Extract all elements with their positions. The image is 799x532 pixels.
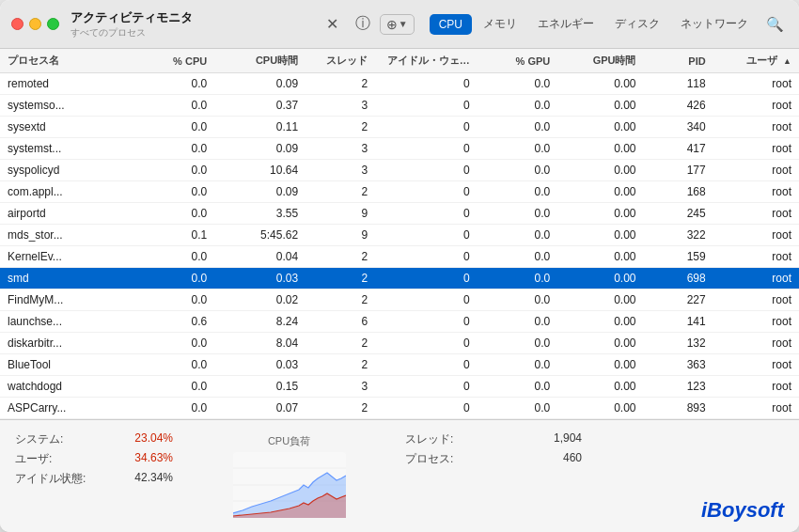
cpu-chart [233, 452, 346, 518]
maximize-button[interactable] [47, 18, 59, 30]
table-row[interactable]: smd0.00.03200.00.00698root [0, 268, 799, 289]
table-cell: 8.04 [214, 333, 306, 354]
table-cell: 0.0 [478, 398, 558, 419]
table-row[interactable]: BlueTool0.00.03200.00.00363root [0, 354, 799, 376]
plus-icon: ⊕ [386, 17, 398, 32]
col-header-cpu[interactable]: % CPU [129, 49, 214, 73]
table-cell: 9 [306, 203, 375, 225]
table-row[interactable]: watchdogd0.00.15300.00.00123root [0, 376, 799, 398]
table-cell: mds_stor... [0, 225, 129, 246]
table-cell: 168 [644, 181, 713, 203]
tab-memory[interactable]: メモリ [474, 12, 526, 36]
table-cell: 0.15 [214, 376, 306, 398]
minimize-button[interactable] [29, 18, 41, 30]
table-cell: 227 [644, 289, 713, 311]
col-header-pid[interactable]: PID [644, 49, 713, 73]
table-cell: 2 [306, 333, 375, 354]
table-cell: 0.00 [557, 289, 643, 311]
table-cell: 0 [375, 289, 477, 311]
col-header-idle[interactable]: アイドル・ウェ… [375, 49, 477, 73]
table-cell: systemst... [0, 138, 129, 160]
table-cell: root [713, 160, 799, 181]
table-cell: KernelEv... [0, 246, 129, 268]
table-cell: 2 [306, 268, 375, 289]
tab-energy[interactable]: エネルギー [528, 12, 603, 36]
table-cell: 417 [644, 138, 713, 160]
stop-button[interactable]: ✕ [320, 11, 346, 38]
table-cell: 141 [644, 311, 713, 333]
table-cell: 2 [306, 398, 375, 419]
table-cell: 0 [375, 203, 477, 225]
table-cell: 0 [375, 268, 477, 289]
tab-network[interactable]: ネットワーク [671, 12, 758, 36]
table-row[interactable]: ASPCarry...0.00.07200.00.00893root [0, 398, 799, 419]
col-header-gputime[interactable]: GPU時間 [557, 49, 643, 73]
table-cell: 0.0 [129, 268, 214, 289]
stat-processes-label: プロセス: [405, 451, 453, 467]
table-cell: 0.0 [129, 333, 214, 354]
table-cell: 0.0 [129, 376, 214, 398]
sort-arrow: ▲ [783, 56, 791, 66]
table-row[interactable]: remoted0.00.09200.00.00118root [0, 73, 799, 95]
search-button[interactable]: 🔍 [761, 11, 788, 38]
table-cell: 0.04 [214, 246, 306, 268]
tab-cpu[interactable]: CPU [430, 14, 472, 35]
table-row[interactable]: airportd0.03.55900.00.00245root [0, 203, 799, 225]
table-cell: 3 [306, 138, 375, 160]
stat-processes: プロセス: 460 [405, 451, 582, 467]
title-bar: アクティビティモニタ すべてのプロセス ✕ ⓘ ⊕ ▼ CPU メモリ エネルギ… [0, 0, 799, 49]
table-cell: 0.09 [214, 138, 306, 160]
table-cell: 0.00 [557, 73, 643, 95]
table-row[interactable]: diskarbitr...0.08.04200.00.00132root [0, 333, 799, 354]
table-cell: 0 [375, 398, 477, 419]
table-row[interactable]: launchse...0.68.24600.00.00141root [0, 311, 799, 333]
table-cell: 2 [306, 354, 375, 376]
table-cell: 426 [644, 95, 713, 117]
close-button[interactable] [11, 18, 24, 30]
stat-idle-value: 42.34% [134, 471, 173, 487]
table-cell: root [713, 138, 799, 160]
toolbar-center: ✕ ⓘ ⊕ ▼ [320, 11, 415, 38]
table-cell: syspolicyd [0, 160, 129, 181]
table-cell: 0.1 [129, 225, 214, 246]
chart-title: CPU負荷 [268, 434, 310, 448]
col-header-name[interactable]: プロセス名 [0, 49, 129, 73]
add-button[interactable]: ⊕ ▼ [380, 14, 415, 35]
table-row[interactable]: syspolicyd0.010.64300.00.00177root [0, 160, 799, 181]
table-row[interactable]: systemst...0.00.09300.00.00417root [0, 138, 799, 160]
tab-disk[interactable]: ディスク [605, 12, 669, 36]
table-cell: 0.6 [129, 311, 214, 333]
table-cell: root [713, 376, 799, 398]
stat-idle-label: アイドル状態: [15, 471, 86, 487]
process-table-container[interactable]: プロセス名 % CPU CPU時間 スレッド アイドル・ウェ… % GPU GP… [0, 49, 799, 419]
info-button[interactable]: ⓘ [350, 11, 376, 38]
table-cell: 0 [375, 333, 477, 354]
table-cell: 0.0 [478, 225, 558, 246]
stat-system: システム: 23.04% [15, 431, 173, 447]
table-cell: BlueTool [0, 354, 129, 376]
col-header-thread[interactable]: スレッド [306, 49, 375, 73]
search-icon: 🔍 [766, 16, 784, 33]
window-title: アクティビティモニタ [70, 9, 193, 26]
table-row[interactable]: com.appl...0.00.09200.00.00168root [0, 181, 799, 203]
table-cell: root [713, 225, 799, 246]
table-row[interactable]: systemso...0.00.37300.00.00426root [0, 95, 799, 117]
table-row[interactable]: KernelEv...0.00.04200.00.00159root [0, 246, 799, 268]
table-row[interactable]: sysextd0.00.11200.00.00340root [0, 117, 799, 138]
table-row[interactable]: mds_stor...0.15:45.62900.00.00322root [0, 225, 799, 246]
table-cell: diskarbitr... [0, 333, 129, 354]
table-cell: launchse... [0, 311, 129, 333]
table-cell: 0.09 [214, 73, 306, 95]
col-header-cputime[interactable]: CPU時間 [214, 49, 306, 73]
table-cell: 340 [644, 117, 713, 138]
traffic-lights [11, 18, 59, 30]
table-cell: 0.00 [557, 160, 643, 181]
col-header-user[interactable]: ユーザ ▲ [713, 49, 799, 73]
table-cell: systemso... [0, 95, 129, 117]
stat-system-label: システム: [15, 431, 63, 447]
col-header-gpu[interactable]: % GPU [478, 49, 558, 73]
table-cell: 177 [644, 160, 713, 181]
table-cell: airportd [0, 203, 129, 225]
table-row[interactable]: FindMyM...0.00.02200.00.00227root [0, 289, 799, 311]
window-subtitle: すべてのプロセス [70, 26, 146, 39]
